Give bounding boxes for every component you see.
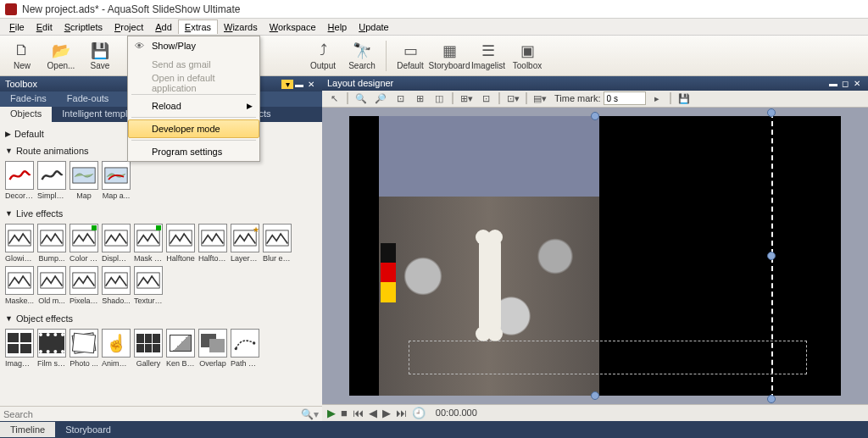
layout-icon[interactable]: ▤▾ xyxy=(531,91,548,106)
bottomtab-storyboard[interactable]: Storyboard xyxy=(55,422,121,437)
thumb-image[interactable]: Image ... xyxy=(5,329,34,368)
menu-add[interactable]: Add xyxy=(149,20,178,34)
thumb-overlap[interactable]: Overlap xyxy=(198,329,227,368)
section-object-effects[interactable]: ▼Object effects xyxy=(5,312,317,325)
thumb-mapa[interactable]: Map a... xyxy=(102,161,131,200)
thumb-map[interactable]: Map xyxy=(70,161,98,200)
menu-workspace[interactable]: Workspace xyxy=(264,20,322,34)
toolbox-close-icon[interactable]: ✕ xyxy=(305,80,317,89)
search-clear-icon[interactable]: ▾ xyxy=(314,408,319,420)
step-fwd-icon[interactable]: ▶ xyxy=(382,407,391,419)
cursor-tool-icon[interactable]: ↖ xyxy=(326,91,342,106)
toolbox-pin-icon[interactable]: ▾ xyxy=(281,80,293,89)
canvas-area[interactable] xyxy=(322,108,868,404)
menu-scriptlets[interactable]: Scriptlets xyxy=(58,20,108,34)
menu-wizards[interactable]: Wizards xyxy=(218,20,264,34)
thumb-photo[interactable]: Photo ... xyxy=(70,329,98,368)
tool-open[interactable]: 📂Open... xyxy=(42,37,80,75)
thumb-gallery[interactable]: Gallery xyxy=(134,329,163,368)
tool-save[interactable]: 💾Save xyxy=(81,37,119,75)
thumb-icon xyxy=(37,161,66,190)
tool-toolbox[interactable]: ▣Toolbox xyxy=(509,37,546,75)
tool-new[interactable]: 🗋New xyxy=(3,37,41,75)
skip-start-icon[interactable]: ⏮ xyxy=(353,407,364,419)
thumb-oldm[interactable]: Old m... xyxy=(37,266,66,305)
thumb-shado[interactable]: Shado... xyxy=(102,266,131,305)
tool-storyboard[interactable]: ▦Storyboard xyxy=(431,37,468,75)
thumb-icon xyxy=(166,224,195,252)
thumb-filmstrip[interactable]: Film strip xyxy=(37,329,66,368)
menuitem-show-play[interactable]: 👁Show/Play xyxy=(128,36,259,55)
subtab-objects[interactable]: Objects xyxy=(0,107,52,122)
thumb-displac[interactable]: Displac... xyxy=(102,224,131,263)
timemark-step-icon[interactable]: ▸ xyxy=(648,91,665,106)
menu-extras[interactable]: Extras xyxy=(178,19,218,34)
designer-max-icon[interactable]: ◻ xyxy=(839,79,851,88)
search-icon[interactable]: 🔍 xyxy=(301,408,314,420)
thumb-icon xyxy=(37,266,66,295)
search-input[interactable] xyxy=(3,409,301,419)
toolbox-search: 🔍 ▾ xyxy=(0,406,322,421)
thumb-pixelati[interactable]: Pixelati... xyxy=(70,266,98,305)
zoom-sel-icon[interactable]: ◫ xyxy=(431,91,448,106)
stop-button[interactable]: ■ xyxy=(341,407,348,419)
zoom-in-icon[interactable]: 🔍 xyxy=(353,91,370,106)
menu-project[interactable]: Project xyxy=(108,20,149,34)
zoom-100-icon[interactable]: ⊞ xyxy=(411,91,428,106)
section-live-effects[interactable]: ▼Live effects xyxy=(5,207,317,220)
skip-end-icon[interactable]: ⏭ xyxy=(396,407,407,419)
canvas-handle-top[interactable] xyxy=(591,112,599,120)
canvas[interactable] xyxy=(349,116,841,396)
thumb-maske[interactable]: Maske... xyxy=(5,266,34,305)
canvas-handle-bot[interactable] xyxy=(591,391,599,400)
thumb-icon xyxy=(166,329,195,358)
thumb-simple[interactable]: Simple ... xyxy=(37,161,66,200)
thumb-kenbu[interactable]: Ken Bu... xyxy=(166,329,195,368)
tool-imagelist[interactable]: ☰Imagelist xyxy=(470,37,507,75)
thumb-colore[interactable]: Color e... xyxy=(70,224,98,263)
zoom-out-icon[interactable]: 🔎 xyxy=(372,91,389,106)
thumb-decora[interactable]: Decora... xyxy=(5,161,34,200)
menu-file[interactable]: File xyxy=(3,20,31,34)
svg-rect-12 xyxy=(41,273,63,288)
guide-handle-mid[interactable] xyxy=(767,252,776,260)
thumb-maske[interactable]: Mask e... xyxy=(134,224,163,263)
subtab-intelligenttempl[interactable]: Intelligent templ xyxy=(52,107,137,122)
tool-default[interactable]: ▭Default xyxy=(392,37,429,75)
tool-output[interactable]: ⤴Output xyxy=(304,37,342,75)
guide-handle-top[interactable] xyxy=(767,108,776,117)
tool-search[interactable]: 🔭Search xyxy=(343,37,381,75)
tab-fadeouts[interactable]: Fade-outs xyxy=(57,91,120,107)
step-back-icon[interactable]: ◀ xyxy=(369,407,377,419)
menu-update[interactable]: Update xyxy=(353,20,394,34)
selection-marquee[interactable] xyxy=(409,341,807,374)
menuitem-program-settings[interactable]: Program settings xyxy=(128,142,259,161)
designer-min-icon[interactable]: ▬ xyxy=(827,79,839,88)
toolbox-min-icon[interactable]: ▬ xyxy=(293,80,305,89)
handles-icon[interactable]: ⊡▾ xyxy=(504,91,521,106)
thumb-halftone[interactable]: Halftone xyxy=(166,224,195,263)
thumb-texture[interactable]: Texture... xyxy=(134,266,163,305)
save-frame-icon[interactable]: 💾 xyxy=(676,91,693,106)
bottomtab-timeline[interactable]: Timeline xyxy=(0,422,55,437)
zoom-fit-icon[interactable]: ⊡ xyxy=(392,91,409,106)
designer-close-icon[interactable]: ✕ xyxy=(851,79,863,88)
thumb-blureff[interactable]: Blur eff... xyxy=(263,224,292,263)
thumb-pathef[interactable]: Path ef... xyxy=(231,329,259,368)
play-button[interactable]: ▶ xyxy=(327,407,336,419)
menu-edit[interactable]: Edit xyxy=(31,20,58,34)
align-icon[interactable]: ⊡ xyxy=(477,91,494,106)
grid-icon[interactable]: ⊞▾ xyxy=(458,91,475,106)
timemark-input[interactable] xyxy=(604,91,646,105)
guide-handle-bot[interactable] xyxy=(767,395,776,403)
thumb-bump[interactable]: Bump... xyxy=(37,224,66,263)
thumb-halfton[interactable]: Halfton... xyxy=(198,224,227,263)
thumb-animat[interactable]: ☝Animat... xyxy=(102,329,131,368)
tab-fadeins[interactable]: Fade-ins xyxy=(0,91,57,107)
menuitem-developer-mode[interactable]: Developer mode xyxy=(128,119,259,138)
menu-help[interactable]: Help xyxy=(322,20,353,34)
menuitem-reload[interactable]: Reload▶ xyxy=(128,97,259,115)
thumb-icon xyxy=(70,329,98,358)
thumb-layere[interactable]: ★Layer e... xyxy=(231,224,259,263)
thumb-glowin[interactable]: Glowin... xyxy=(5,224,34,263)
